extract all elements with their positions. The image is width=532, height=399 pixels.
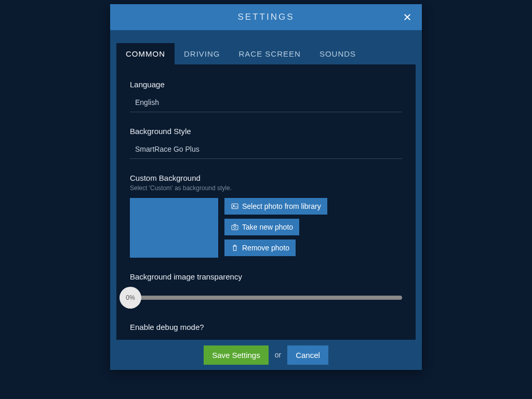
- image-icon: [231, 202, 239, 210]
- setting-transparency: Background image transparency 0%: [130, 272, 402, 308]
- modal-title: SETTINGS: [237, 12, 294, 22]
- language-label: Language: [130, 80, 402, 89]
- remove-photo-label: Remove photo: [242, 244, 289, 252]
- trash-icon: [231, 244, 239, 252]
- tab-common[interactable]: COMMON: [116, 43, 175, 64]
- camera-icon: [231, 223, 239, 231]
- tab-race-screen[interactable]: RACE SCREEN: [230, 43, 310, 64]
- settings-modal: SETTINGS COMMON DRIVING RACE SCREEN SOUN…: [110, 4, 422, 370]
- select-photo-button[interactable]: Select photo from library: [224, 198, 327, 215]
- transparency-slider[interactable]: 0%: [119, 287, 402, 308]
- custom-background-hint: Select 'Custom' as background style.: [130, 184, 402, 192]
- background-style-select[interactable]: SmartRace Go Plus: [130, 141, 402, 159]
- setting-background-style: Background Style SmartRace Go Plus: [130, 127, 402, 159]
- slider-knob[interactable]: 0%: [119, 287, 141, 309]
- svg-point-3: [234, 226, 236, 229]
- background-preview: [130, 198, 218, 258]
- debug-label: Enable debug mode?: [130, 323, 402, 331]
- setting-language: Language English: [130, 80, 402, 112]
- tab-driving[interactable]: DRIVING: [175, 43, 230, 64]
- settings-content: Language English Background Style SmartR…: [116, 64, 416, 340]
- slider-track: [135, 296, 402, 300]
- language-select[interactable]: English: [130, 94, 402, 112]
- modal-header: SETTINGS: [110, 4, 422, 30]
- photo-buttons: Select photo from library Take new photo…: [224, 198, 327, 256]
- or-text: or: [275, 351, 281, 359]
- custom-background-row: Select photo from library Take new photo…: [130, 198, 402, 258]
- custom-background-label: Custom Background: [130, 174, 402, 182]
- remove-photo-button[interactable]: Remove photo: [224, 240, 296, 256]
- background-style-label: Background Style: [130, 127, 402, 136]
- close-button[interactable]: [401, 11, 414, 23]
- setting-custom-background: Custom Background Select 'Custom' as bac…: [130, 174, 402, 258]
- select-photo-label: Select photo from library: [242, 202, 321, 210]
- transparency-label: Background image transparency: [130, 272, 402, 281]
- tab-sounds[interactable]: SOUNDS: [310, 43, 365, 64]
- setting-debug: Enable debug mode? No: [130, 323, 402, 340]
- take-photo-button[interactable]: Take new photo: [224, 219, 299, 235]
- close-icon: [403, 12, 412, 22]
- save-button[interactable]: Save Settings: [204, 345, 269, 365]
- take-photo-label: Take new photo: [242, 223, 293, 231]
- tab-bar: COMMON DRIVING RACE SCREEN SOUNDS: [110, 30, 422, 64]
- cancel-button[interactable]: Cancel: [287, 345, 328, 365]
- svg-point-1: [233, 205, 234, 206]
- svg-rect-0: [232, 204, 238, 208]
- modal-footer: Save Settings or Cancel: [110, 340, 422, 370]
